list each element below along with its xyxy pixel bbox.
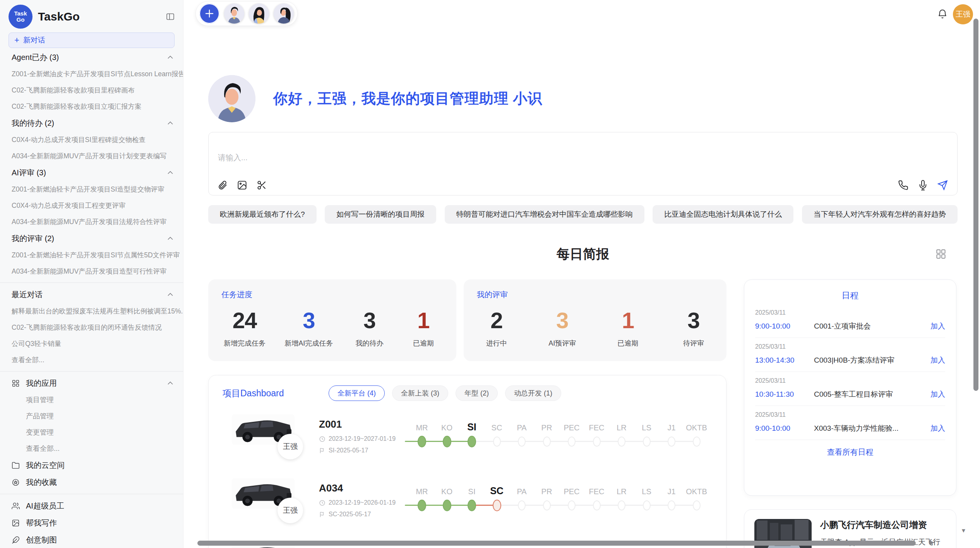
sidebar-section-agent-done[interactable]: Agent已办 (3)	[0, 49, 183, 66]
new-chat-button[interactable]: + 新对话	[9, 33, 175, 48]
sidebar-item[interactable]: C0X4-动力总成开发项目工程变更评审	[0, 197, 183, 214]
filter-model-year[interactable]: 年型 (2)	[456, 385, 498, 401]
sidebar-item[interactable]: A034-全新新能源MUV产品开发项目造型可行性评审	[0, 263, 183, 279]
suggestion-chip[interactable]: 比亚迪全固态电池计划具体说了什么	[653, 205, 793, 224]
milestone-dot-PR[interactable]	[543, 437, 551, 447]
sidebar-subitem-view-all[interactable]: 查看全部...	[0, 440, 183, 457]
agent-avatar-3[interactable]	[274, 3, 294, 24]
milestone-dot-J1[interactable]	[668, 500, 675, 510]
phone-icon[interactable]	[898, 180, 908, 190]
milestone-dot-SC[interactable]	[493, 437, 501, 447]
milestone-dot-KO[interactable]	[443, 436, 451, 447]
sidebar-item[interactable]: Z001-全新燃油轻卡产品开发项目SI节点属性5D文件评审	[0, 247, 183, 263]
chevron-up-icon	[168, 382, 173, 385]
milestone-dot-MR[interactable]	[418, 436, 426, 447]
sidebar-subitem-project-mgmt[interactable]: 项目管理	[0, 392, 183, 408]
milestone-dot-MR[interactable]	[418, 500, 426, 511]
stat: 1已逾期	[610, 309, 645, 348]
milestone-dot-FEC[interactable]	[593, 437, 601, 447]
paperclip-icon[interactable]	[217, 180, 228, 190]
join-link[interactable]: 加入	[930, 423, 945, 433]
milestone-dot-SC[interactable]	[493, 500, 501, 511]
suggestion-chip[interactable]: 当下年轻人对汽车外观有怎样的喜好趋势	[802, 205, 958, 224]
suggestion-chip[interactable]: 如何写一份清晰的项目周报	[325, 205, 436, 224]
sidebar-subitem-change-mgmt[interactable]: 变更管理	[0, 424, 183, 440]
sidebar-item-cloud-space[interactable]: 我的云空间	[0, 457, 183, 474]
briefing-layout-icon[interactable]	[935, 248, 947, 260]
milestone-dot-SI[interactable]	[468, 500, 476, 511]
sidebar-item[interactable]: A034-全新新能源MUV产品开发项目法规符合性评审	[0, 214, 183, 230]
sidebar-item-ai-super-staff[interactable]: AI超级员工	[0, 497, 183, 514]
scroll-right-arrow[interactable]: ▶	[930, 539, 934, 546]
join-link[interactable]: 加入	[930, 321, 945, 331]
agent-avatar-2[interactable]	[249, 3, 269, 24]
sidebar-item-help-me-write[interactable]: 帮我写作	[0, 514, 183, 531]
milestone-dot-FEC[interactable]	[593, 500, 601, 510]
scroll-down-arrow[interactable]: ▼	[961, 527, 966, 534]
sidebar: Task Go TaskGo + 新对话 Agent已办 (3)Z001-全新燃…	[0, 0, 183, 548]
sidebar-item[interactable]: 解释最新出台的欧盟报废车法规再生塑料比例被调至15%...	[0, 303, 183, 319]
sidebar-item[interactable]: C02-飞腾新能源轻客改款项目立项汇报方案	[0, 98, 183, 115]
milestone-dot-OKTB[interactable]	[693, 500, 701, 510]
send-icon[interactable]	[937, 180, 948, 190]
view-all-schedule-link[interactable]: 查看所有日程	[755, 440, 945, 464]
sidebar-subitem-product-mgmt[interactable]: 产品管理	[0, 408, 183, 424]
join-link[interactable]: 加入	[930, 389, 945, 399]
milestone-dot-PEC[interactable]	[568, 437, 576, 447]
composer-send-tools	[898, 180, 948, 190]
milestone-dot-PA[interactable]	[518, 500, 526, 510]
milestone-dot-PA[interactable]	[518, 437, 526, 447]
sidebar-item[interactable]: C0X4-动力总成开发项目SI里程碑提交物检查	[0, 132, 183, 148]
sidebar-item-creative-drawing[interactable]: 创意制图	[0, 531, 183, 548]
microphone-icon[interactable]	[918, 180, 928, 190]
sidebar-item[interactable]: 公司Q3轻卡销量	[0, 336, 183, 352]
schedule-item: 2025/03/11 9:00-10:00 X003-车辆动力学性能验... 加…	[755, 406, 945, 440]
sidebar-section-ai-review[interactable]: AI评审 (3)	[0, 164, 183, 181]
sidebar-item[interactable]: C02-飞腾新能源轻客改款项目的闭环通告反馈情况	[0, 319, 183, 336]
sidebar-item-favorites[interactable]: 我的收藏	[0, 474, 183, 491]
project-owner-badge: 王强	[278, 434, 303, 459]
milestone-dot-LR[interactable]	[618, 437, 625, 447]
filter-powertrain[interactable]: 动总开发 (1)	[505, 385, 561, 401]
sidebar-collapse-icon[interactable]	[165, 12, 175, 22]
sidebar-item[interactable]: 查看全部...	[0, 352, 183, 368]
sidebar-item[interactable]: C02-飞腾新能源轻客改款项目里程碑画布	[0, 82, 183, 98]
sidebar-item[interactable]: Z001-全新燃油皮卡产品开发项目SI节点Lesson Learn报告	[0, 66, 183, 82]
add-agent-button[interactable]	[199, 3, 219, 24]
sidebar-section-recent-chats[interactable]: 最近对话	[0, 286, 183, 303]
milestone-dot-LR[interactable]	[618, 500, 625, 510]
image-icon[interactable]	[237, 180, 247, 190]
sidebar-section-my-review[interactable]: 我的评审 (2)	[0, 230, 183, 247]
milestone-dot-OKTB[interactable]	[693, 437, 701, 447]
stat-value: 3	[676, 309, 711, 332]
milestone-dot-PEC[interactable]	[568, 500, 576, 510]
sidebar-item[interactable]: A034-全新新能源MUV产品开发项目计划变更表编写	[0, 148, 183, 164]
agent-avatar-1[interactable]	[224, 3, 244, 24]
message-input[interactable]	[209, 132, 957, 183]
milestone-dot-PR[interactable]	[543, 500, 551, 510]
milestone-dot-KO[interactable]	[443, 500, 451, 511]
project-row[interactable]: 王强 Z001 2023-12-19~2027-01-19 SI-2025-05…	[209, 414, 726, 478]
suggestion-chip[interactable]: 欧洲新规最近颁布了什么?	[208, 205, 317, 224]
scissors-icon[interactable]	[257, 180, 267, 190]
vertical-scrollbar[interactable]	[973, 19, 978, 391]
user-avatar[interactable]: 王强	[953, 4, 973, 24]
milestone-dot-LS[interactable]	[643, 500, 651, 510]
suggestion-chip[interactable]: 特朗普可能对进口汽车增税会对中国车企造成哪些影响	[445, 205, 644, 224]
milestone-label: OKTB	[681, 423, 712, 432]
section-label: AI评审 (3)	[12, 168, 46, 178]
stat: 2进行中	[479, 309, 514, 348]
sidebar-item[interactable]: Z001-全新燃油轻卡产品开发项目SI造型提交物评审	[0, 181, 183, 197]
horizontal-scrollbar[interactable]	[197, 541, 916, 546]
notification-bell-icon[interactable]	[937, 9, 948, 19]
stat-label: 已逾期	[406, 339, 441, 348]
milestone-dot-LS[interactable]	[643, 437, 651, 447]
sidebar-section-my-todo[interactable]: 我的待办 (2)	[0, 115, 183, 132]
milestone-dot-J1[interactable]	[668, 437, 675, 447]
join-link[interactable]: 加入	[930, 355, 945, 365]
filter-all-new-platform[interactable]: 全新平台 (4)	[329, 385, 385, 401]
sidebar-item-my-apps[interactable]: 我的应用	[0, 375, 183, 392]
milestone-dot-SI[interactable]	[468, 436, 476, 447]
filter-new-body[interactable]: 全新上装 (3)	[392, 385, 448, 401]
project-row[interactable]: 王强 A034 2023-12-19~2026-01-19 SC-2025-05…	[209, 478, 726, 542]
